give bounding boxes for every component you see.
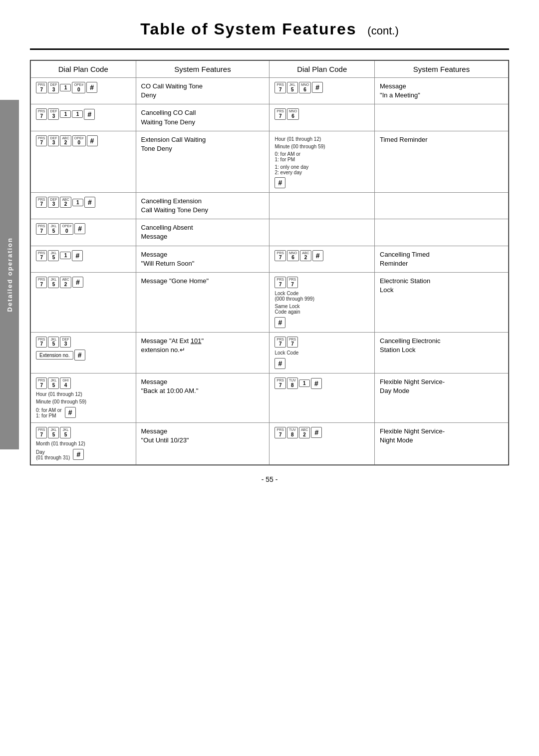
title-underline (30, 48, 509, 50)
system-feature-2: Cancelling TimedReminder (375, 246, 509, 272)
key-def3: DEF3 (60, 337, 71, 348)
dial-plan-code: PRS7 JKL5 ABC2 # (31, 272, 136, 332)
same-lock-note: Same LockCode again (274, 304, 369, 315)
feature-label: Message"Out Until 10/23" (141, 427, 265, 445)
system-feature-2 (375, 219, 509, 246)
key-prs7: PRS7 (36, 337, 47, 348)
table-row: PRS7 JKL5 JKL5 Month (01 through 12) Day… (31, 422, 509, 464)
table-row: PRS7 DEF3 ABC2 1 # Cancelling ExtensionC… (31, 192, 509, 219)
key-prs7: PRS7 (36, 82, 47, 93)
key-def3: DEF3 (48, 135, 59, 147)
system-feature: Message"Back at 10:00 AM." (136, 374, 270, 423)
feature-label: Electronic StationLock (380, 277, 503, 295)
system-feature-2: Flexible Night Service-Day Mode (375, 374, 509, 423)
dial-plan-code: PRS7 JKL5 1 # (31, 246, 136, 272)
key-hash: # (311, 427, 322, 438)
key-hash: # (72, 250, 83, 261)
feature-label: Flexible Night Service-Day Mode (380, 378, 503, 395)
key-prs7: PRS7 (36, 223, 47, 235)
key-prs7: PRS7 (274, 82, 285, 93)
key-ope0: OPE#0 (60, 223, 73, 235)
key-def3: DEF3 (48, 82, 59, 93)
system-feature: Cancelling ExtensionCall Waiting Tone De… (136, 192, 270, 219)
key-hash: # (74, 223, 85, 234)
ampm-note: 0: for AM or1: for PM (274, 151, 369, 162)
key-def3: DEF3 (48, 108, 59, 120)
system-feature-2: Cancelling ElectronicStation Lock (375, 332, 509, 374)
feature-label: Message"In a Meeting" (380, 82, 503, 100)
dial-plan-code: PRS7 JKL5 JKL5 Month (01 through 12) Day… (31, 422, 136, 464)
key-prs7: PRS7 (36, 378, 47, 389)
system-feature: Message"Will Return Soon" (136, 246, 270, 272)
system-feature-2 (375, 104, 509, 131)
key-1: 1 (60, 252, 71, 259)
key-prs7b: PRS7 (287, 277, 298, 288)
page-number: - 55 - (0, 475, 539, 483)
day-note2: Day(01 through 31) (36, 449, 70, 460)
dial-plan-code: PRS7 DEF3 ABC2 1 # (31, 192, 136, 219)
feature-label: Cancelling TimedReminder (380, 250, 503, 268)
key-jkl5: JKL5 (48, 427, 59, 438)
col-header-2: System Features (136, 61, 270, 78)
feature-label: CO Call Waiting ToneDeny (141, 82, 265, 100)
hour-note: Hour (01 through 12) (274, 136, 369, 142)
key-prs7: PRS7 (36, 108, 47, 120)
system-feature-2: Message"In a Meeting" (375, 78, 509, 104)
side-label: Detailed operation (0, 100, 19, 449)
dial-plan-code-2: PRS7 MNO6 (270, 104, 375, 131)
key-ope0: OPE#0 (72, 135, 86, 147)
key-jkl5: JKL5 (48, 378, 59, 389)
key-hash: # (73, 449, 84, 460)
minute-note: Minute (00 through 59) (274, 144, 369, 149)
key-def3: DEF3 (48, 197, 59, 208)
ampm-note2: 0: for AM or1: for PM (36, 407, 62, 418)
system-feature: Message "Gone Home" (136, 272, 270, 332)
key-jkl5: JKL5 (287, 82, 298, 93)
dial-plan-code-2 (270, 219, 375, 246)
key-prs7: PRS7 (36, 427, 47, 438)
key-tuv8: TUV8 (287, 378, 298, 389)
key-1: 1 (60, 110, 71, 118)
key-abc2: ABC2 (60, 135, 71, 147)
key-ghi4: GHI4 (60, 378, 71, 389)
system-feature: Cancelling CO CallWaiting Tone Deny (136, 104, 270, 131)
key-jkl5: JKL5 (48, 277, 59, 288)
dial-plan-code-2: PRS7 JKL5 MNO6 # (270, 78, 375, 104)
feature-label: Timed Reminder (380, 135, 503, 144)
table-row: PRS7 JKL5 OPE#0 # Cancelling AbsentMessa… (31, 219, 509, 246)
key-prs7: PRS7 (36, 197, 47, 208)
table-row: PRS7 DEF3 1 1 # Cancelling CO CallWaitin… (31, 104, 509, 131)
table-row: PRS7 JKL5 DEF3 Extension no. # Message "… (31, 332, 509, 374)
key-hash: # (74, 350, 85, 361)
key-prs7: PRS7 (274, 337, 285, 348)
key-hash: # (312, 82, 323, 93)
dial-plan-code: PRS7 DEF3 ABC2 OPE#0 # (31, 131, 136, 192)
dial-plan-code-2: PRS7 PRS7 Lock Code(000 through 999) Sam… (270, 272, 375, 332)
key-prs7: PRS7 (274, 378, 285, 389)
key-hash: # (311, 378, 322, 389)
key-abc2: ABC2 (299, 427, 310, 438)
key-hash: # (84, 197, 95, 208)
system-feature: Message "At Ext 101"extension no.↵ (136, 332, 270, 374)
dial-plan-code-2 (270, 192, 375, 219)
key-hash: # (274, 358, 285, 369)
key-jkl5: JKL5 (48, 250, 59, 262)
system-feature-2 (375, 192, 509, 219)
day-note: 1: only one day2: every day (274, 164, 369, 175)
table-row: PRS7 DEF3 1 OPE#0 # CO Call Waiting Tone… (31, 78, 509, 104)
col-header-4: System Features (375, 61, 509, 78)
key-prs7: PRS7 (274, 277, 285, 288)
lock-code-note2: Lock Code (274, 350, 369, 356)
side-label-text: Detailed operation (6, 237, 13, 312)
key-1b: 1 (72, 110, 83, 118)
key-ope0: OPE#0 (72, 82, 85, 93)
key-jkl5: JKL5 (48, 223, 59, 235)
feature-label: Cancelling AbsentMessage (141, 223, 265, 241)
key-prs7: PRS7 (36, 135, 47, 147)
system-feature: CO Call Waiting ToneDeny (136, 78, 270, 104)
key-mno6: MNO6 (287, 250, 299, 262)
table-row: PRS7 JKL5 GHI4 Hour (01 through 12) Minu… (31, 374, 509, 423)
key-hash: # (312, 250, 323, 261)
feature-label: Message"Will Return Soon" (141, 250, 265, 268)
table-row: PRS7 JKL5 ABC2 # Message "Gone Home" PRS… (31, 272, 509, 332)
